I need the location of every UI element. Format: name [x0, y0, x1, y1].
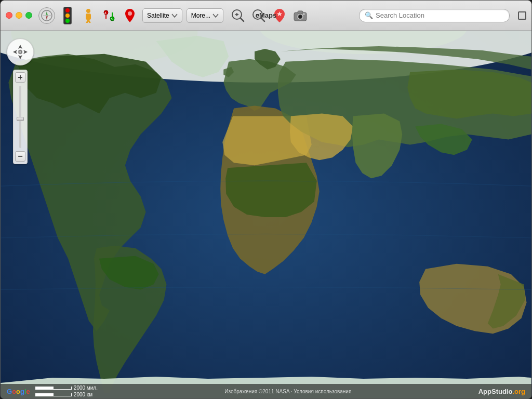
maximize-button[interactable]	[25, 12, 32, 19]
status-bar: Google 2000 мил. 2000 км Изображения ©20…	[1, 384, 531, 398]
more-dropdown[interactable]: More...	[187, 8, 223, 23]
minimize-button[interactable]	[16, 12, 22, 19]
traffic-icon[interactable]	[59, 7, 76, 24]
zoom-in-button[interactable]	[230, 7, 246, 24]
camera-icon[interactable]	[292, 7, 309, 24]
map-area[interactable]: + − Google 2000 мил.	[1, 31, 531, 398]
navigation-controls: + −	[7, 38, 34, 164]
titlebar: A B Satellite More...	[1, 1, 531, 31]
scale-bar: 2000 мил. 2000 км	[35, 385, 98, 397]
search-input[interactable]	[376, 11, 504, 19]
pegman-icon[interactable]	[80, 7, 97, 24]
zoom-out-slider-button[interactable]: −	[15, 151, 25, 162]
pin-icon[interactable]	[122, 7, 138, 24]
appstudio-label: AppStudio	[478, 388, 513, 395]
zoom-track	[19, 86, 21, 148]
pan-control[interactable]	[7, 38, 34, 65]
close-button[interactable]	[6, 12, 12, 19]
zoom-slider: + −	[13, 70, 28, 164]
zoom-in-slider-button[interactable]: +	[15, 72, 25, 83]
svg-rect-27	[298, 11, 303, 14]
svg-text:A: A	[104, 11, 107, 15]
more-label: More...	[191, 12, 210, 19]
svg-point-28	[303, 13, 305, 15]
google-logo: Google	[7, 388, 30, 395]
svg-marker-34	[18, 45, 22, 49]
org-label: .org	[512, 388, 525, 395]
satellite-dropdown[interactable]: Satellite	[142, 8, 182, 23]
app-window: A B Satellite More...	[0, 0, 532, 399]
chevron-down-icon	[171, 14, 178, 18]
scale-km: 2000 км	[74, 392, 92, 397]
svg-rect-6	[86, 14, 91, 20]
svg-line-8	[88, 20, 90, 23]
zoom-handle[interactable]	[17, 117, 24, 121]
svg-point-39	[19, 51, 21, 53]
svg-marker-36	[13, 50, 17, 54]
svg-point-26	[299, 15, 302, 18]
svg-point-5	[86, 9, 90, 13]
appstudio-branding: AppStudio.org	[478, 388, 525, 395]
satellite-map	[1, 31, 531, 398]
more-chevron-icon	[212, 14, 219, 18]
svg-point-15	[128, 11, 132, 16]
attribution-text: Изображения ©2011 NASA · Условия использ…	[224, 389, 351, 394]
satellite-label: Satellite	[147, 12, 169, 19]
search-icon: 🔍	[365, 11, 373, 19]
directions-icon[interactable]: A B	[101, 7, 117, 24]
svg-text:B: B	[111, 18, 113, 21]
search-bar[interactable]: 🔍	[359, 9, 510, 22]
bottom-left-area: Google 2000 мил. 2000 км	[7, 385, 98, 397]
compass-icon[interactable]	[38, 7, 55, 24]
window-title: eMaps	[256, 11, 276, 19]
svg-line-19	[241, 18, 244, 21]
window-resize-button[interactable]	[518, 11, 526, 20]
svg-marker-35	[18, 55, 22, 59]
svg-marker-37	[23, 50, 28, 54]
window-controls	[6, 12, 32, 19]
scale-miles: 2000 мил.	[74, 385, 98, 391]
